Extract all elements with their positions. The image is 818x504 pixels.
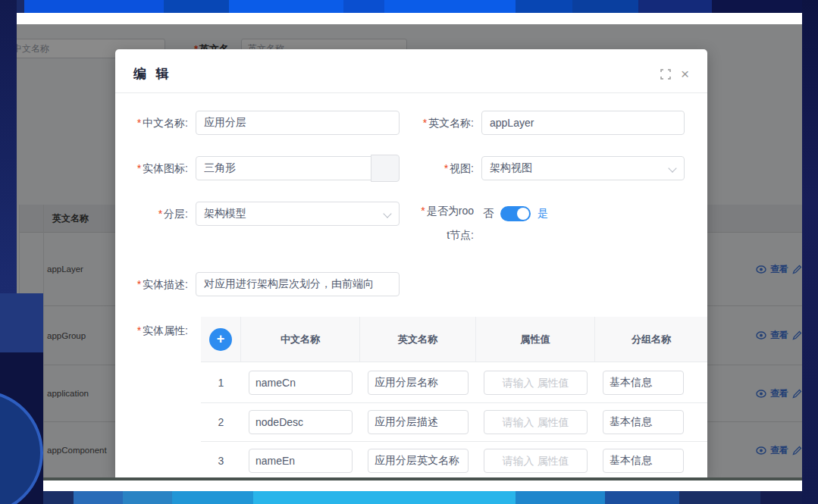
name-cn-label: *中文名称: — [115, 111, 188, 135]
toggle-off-label: 否 — [483, 207, 494, 221]
attr-group-field[interactable] — [603, 410, 684, 434]
is-root-toggle-group: 否 是 — [483, 206, 548, 221]
required-asterisk: * — [158, 208, 162, 220]
name-en-label: *英文名称: — [403, 111, 474, 135]
root-toggle[interactable] — [500, 206, 531, 221]
required-asterisk: * — [137, 324, 141, 337]
attr-name-en-field[interactable] — [368, 449, 469, 473]
required-asterisk: * — [423, 117, 427, 129]
wallpaper-bottom-band — [0, 491, 818, 504]
attr-name-en-field[interactable] — [368, 410, 469, 434]
fullscreen-icon[interactable] — [660, 69, 671, 80]
app-window: *英文名 英文名称 appLayer 查看 appGroup 查看 appli — [17, 13, 802, 491]
view-label: *视图: — [403, 156, 474, 180]
entity-desc-label: *实体描述: — [115, 272, 188, 296]
required-asterisk: * — [137, 117, 141, 129]
layer-select-value[interactable] — [196, 202, 400, 226]
attr-value-field[interactable] — [484, 371, 588, 395]
required-asterisk: * — [421, 205, 425, 217]
wallpaper-top-band — [0, 0, 818, 13]
attr-row-index: 2 — [201, 416, 241, 428]
attr-col-name-cn: 中文名称 — [241, 317, 360, 362]
attr-name-cn-field[interactable] — [249, 410, 353, 434]
is-root-label: *是否为roo t节点: — [406, 205, 474, 242]
layer-select[interactable] — [196, 202, 400, 226]
entity-attrs-label: *实体属性: — [115, 324, 188, 337]
attr-row-index: 3 — [201, 455, 241, 467]
attr-row: 1 — [201, 362, 707, 403]
name-cn-field[interactable] — [196, 111, 400, 135]
entity-icon-field[interactable] — [196, 156, 400, 180]
attr-col-group: 分组名称 — [595, 317, 707, 362]
wallpaper-tile — [0, 293, 43, 352]
entity-icon-field-group — [196, 156, 400, 180]
attr-row: 2 — [201, 403, 707, 442]
toggle-knob — [517, 208, 529, 220]
attr-group-field[interactable] — [603, 371, 684, 395]
icon-picker-addon[interactable] — [371, 155, 400, 182]
wallpaper-right-band — [802, 0, 818, 504]
attr-table-header: + 中文名称 英文名称 属性值 分组名称 — [201, 317, 707, 362]
wallpaper-lower-left-block — [0, 293, 43, 504]
attr-row: 3 — [201, 442, 707, 477]
attr-group-field[interactable] — [603, 449, 684, 473]
modal-header-divider — [115, 92, 707, 93]
required-asterisk: * — [137, 278, 141, 290]
attr-table: + 中文名称 英文名称 属性值 分组名称 1 2 3 — [201, 317, 707, 477]
attr-row-index: 1 — [201, 377, 241, 389]
close-icon[interactable]: × — [681, 69, 689, 80]
add-attribute-button[interactable]: + — [209, 328, 232, 351]
attr-col-value: 属性值 — [476, 317, 595, 362]
attr-name-cn-field[interactable] — [249, 371, 353, 395]
toggle-on-label: 是 — [537, 207, 548, 221]
modal-title: 编 辑 — [133, 65, 172, 83]
edit-modal: 编 辑 × *中文名称: *英文名称: *实体图标: *视图: *分层: — [115, 49, 707, 477]
view-select[interactable] — [481, 156, 685, 180]
name-en-field[interactable] — [481, 111, 685, 135]
attr-value-field[interactable] — [484, 449, 588, 473]
attr-col-name-en: 英文名称 — [360, 317, 476, 362]
wallpaper-arc-graphic — [0, 390, 43, 504]
entity-icon-label: *实体图标: — [115, 156, 188, 180]
view-select-value[interactable] — [481, 156, 685, 180]
required-asterisk: * — [444, 162, 448, 174]
required-asterisk: * — [137, 162, 141, 174]
window-bottom-strip — [17, 481, 802, 491]
attr-value-field[interactable] — [484, 410, 588, 434]
layer-label: *分层: — [115, 202, 188, 226]
attr-name-en-field[interactable] — [368, 371, 469, 395]
entity-desc-field[interactable] — [196, 272, 400, 296]
attr-name-cn-field[interactable] — [249, 449, 353, 473]
